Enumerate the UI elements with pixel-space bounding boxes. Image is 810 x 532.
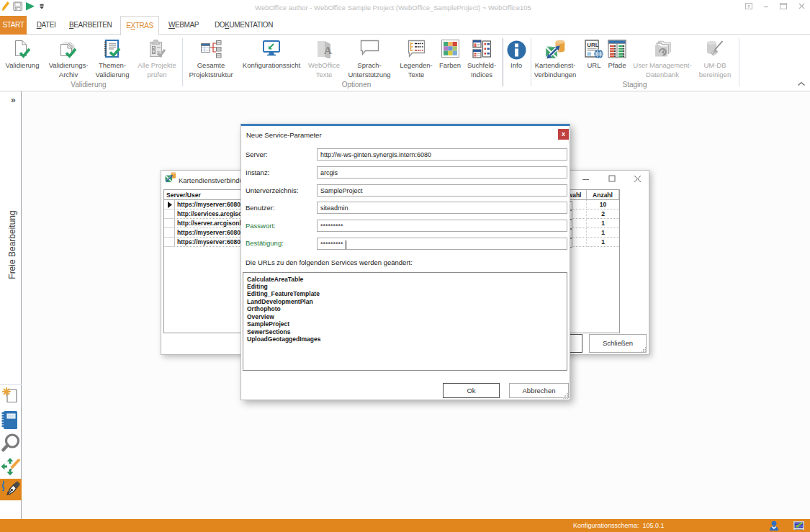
svg-text:URL: URL: [587, 42, 599, 48]
svg-text:A: A: [324, 45, 332, 56]
